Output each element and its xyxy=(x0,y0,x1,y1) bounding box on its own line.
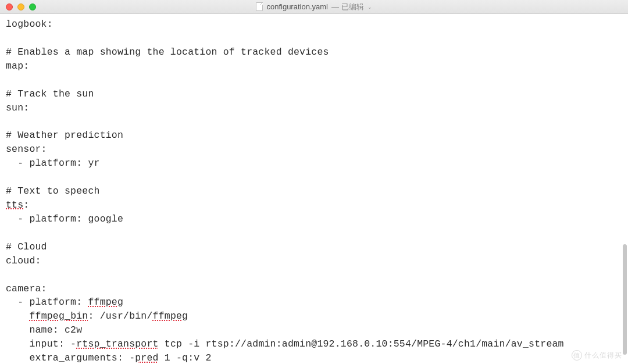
code-line: input: -rtsp_transport tcp -i rtsp://adm… xyxy=(6,338,564,349)
code-line: name: c2w xyxy=(6,324,82,336)
spell-error: ffmpeg xyxy=(88,297,123,308)
spell-error: rtsp_transport xyxy=(76,338,158,349)
code-line: camera: xyxy=(6,283,47,294)
traffic-lights xyxy=(6,3,36,10)
text-editor[interactable]: logbook: # Enables a map showing the loc… xyxy=(0,14,628,364)
watermark-icon: 值 xyxy=(572,350,582,361)
watermark-text: 什么值得买 xyxy=(584,351,622,361)
code-line: sensor: xyxy=(6,144,47,155)
code-line: - platform: google xyxy=(6,213,123,224)
spell-error: ffmpeg_bin xyxy=(29,311,88,322)
document-icon xyxy=(256,2,263,11)
maximize-button[interactable] xyxy=(29,3,36,10)
window-titlebar: configuration.yaml — 已编辑 ⌄ xyxy=(0,0,628,14)
code-line: logbook: xyxy=(6,19,53,30)
spell-error: tts xyxy=(6,199,23,210)
title-area[interactable]: configuration.yaml — 已编辑 ⌄ xyxy=(0,2,628,12)
code-line: - platform: ffmpeg xyxy=(6,297,123,308)
close-button[interactable] xyxy=(6,3,13,10)
edited-indicator: — 已编辑 xyxy=(331,2,364,12)
spell-error: ffmpeg xyxy=(153,311,188,322)
watermark: 值 什么值得买 xyxy=(572,350,622,361)
minimize-button[interactable] xyxy=(17,3,24,10)
code-line: extra_arguments: -pred 1 -q:v 2 xyxy=(6,352,212,363)
code-line: cloud: xyxy=(6,255,41,266)
code-line: # Weather prediction xyxy=(6,130,123,141)
code-line: - platform: yr xyxy=(6,158,100,169)
code-line: ffmpeg_bin: /usr/bin/ffmpeg xyxy=(6,311,188,322)
code-line: # Cloud xyxy=(6,241,47,252)
code-line: sun: xyxy=(6,102,29,113)
code-line: # Enables a map showing the location of … xyxy=(6,47,329,58)
code-line: # Track the sun xyxy=(6,88,94,99)
window-title: configuration.yaml xyxy=(266,2,328,11)
scrollbar[interactable] xyxy=(623,244,627,355)
code-line: tts: xyxy=(6,199,29,210)
code-line: map: xyxy=(6,60,29,72)
spell-error: pred xyxy=(135,352,158,363)
chevron-down-icon: ⌄ xyxy=(367,4,372,10)
code-line: # Text to speech xyxy=(6,185,100,197)
